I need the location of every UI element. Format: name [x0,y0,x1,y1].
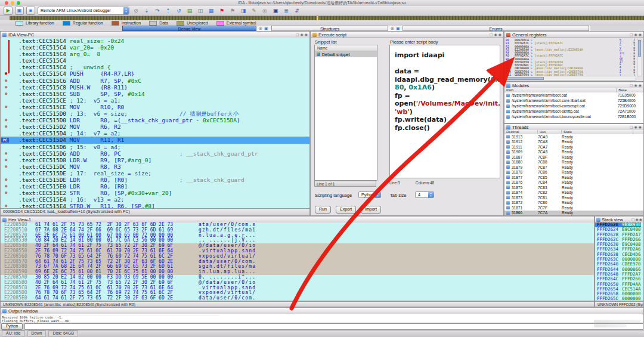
float-icon[interactable]: ◉ [301,32,304,38]
column-header[interactable]: Base [617,88,643,92]
thread-row[interactable]: 318767C84Ready [504,180,643,185]
module-row[interactable]: /system/framework/arm/boot.oat71E05000 [504,92,643,98]
thread-row[interactable]: 318737C81Ready [504,195,643,200]
disasm-line[interactable]: .text:CEC515C4 [1,57,309,64]
debug-toolbar[interactable]: ▶▣■ Remote ARM Linux/Android debugger ▲▼… [0,6,644,16]
import-button[interactable]: Import [361,206,381,214]
step-over-icon[interactable]: ↷ [153,7,162,15]
dock-icon[interactable]: ▢ [630,124,633,130]
disasm-line[interactable]: ●.text:CEC515CE MOV R10, R0 [1,104,309,110]
thread-row[interactable]: 319137CA9Ready [504,134,643,140]
disasm-line[interactable]: .text:CEC515C4 var_20= -0x20 [1,44,309,51]
disasm-line[interactable]: ●.text:CEC515D6 ADD R0, PC; __stack_chk_… [1,150,309,157]
module-icon[interactable]: ▣ [271,7,280,15]
disasm-line[interactable]: ●.text:CEC515DC MOV R8, R3 [1,163,309,170]
list-icon[interactable]: ≣ [282,7,290,15]
stack-row[interactable]: FFFD265C0000000 [595,296,643,301]
module-row[interactable]: /system/framework/arm/boot-conscrypt.oat… [504,103,643,109]
thread-row[interactable]: 319117CA7Ready [504,144,643,150]
close-icon[interactable]: ◉ [639,82,642,88]
cli-language-button[interactable]: Python [1,323,23,330]
disasm-line[interactable]: .text:CEC515CE ; 12: v5 = a1; [1,97,309,104]
registers-header[interactable]: General registers ▢◉◉ [504,32,643,38]
disasm-line[interactable]: ●.text:CEC515D8 LDR.W R9, [R7,#arg_0] [1,157,309,163]
thread-row[interactable]: 318717C7FReady [504,205,643,211]
memory-snapshot-icon[interactable]: ▤ [185,7,194,15]
disasm-line[interactable]: .text:CEC515C4 real_size= -0x24 [1,38,309,44]
cli-input[interactable] [24,323,643,330]
float-icon[interactable]: ◉ [634,32,637,38]
pause-process-button[interactable]: ▣ [15,7,24,15]
disasm-line[interactable]: .text:CEC515C4 ; __unwind { [1,64,309,70]
disasm-line[interactable]: ●.text:CEC515E2 STR R0, [SP,#0x30+var_20… [1,190,309,196]
registers-scrollbar[interactable] [637,39,642,76]
thread-row[interactable]: 318777C85Ready [504,175,643,180]
stop-process-button[interactable]: ■ [26,7,35,15]
output-log[interactable]: ────────────────────────────────────────… [2,314,642,323]
registers-hscrollbar[interactable] [506,76,636,81]
dock-icon[interactable]: ▢ [631,217,635,222]
debugger-selector[interactable]: Remote ARM Linux/Android debugger ▲▼ [38,7,129,15]
tab-structures[interactable]: Structures [271,26,388,31]
hex-row[interactable]: E22085E064 61 74 61 2F 75 73 65 72 2F 30… [1,296,594,301]
script-editor[interactable]: import idaapi data =idaapi.dbg_read_memo… [389,45,500,178]
dock-icon[interactable]: ▢ [296,32,299,38]
execute-script-header[interactable]: Execute script ▢◉◉ [311,32,503,38]
disasm-line[interactable]: ●.text:CEC515C4 PUSH {R4-R7,LR} [1,70,309,77]
thread-row[interactable]: 318727C80Ready [504,200,643,206]
breakpoint-icon[interactable]: ⚑ [218,7,226,15]
float-icon[interactable]: ◉ [634,82,637,88]
thread-row[interactable]: 319097CA5Ready [504,150,643,155]
disasm-line[interactable]: .text:CEC515C4 arg_0= 8 [1,51,309,57]
step-into-icon[interactable]: ⇣ [143,7,151,15]
disasm-line[interactable]: .text:CEC515E4 ; 16: v13 = a2; [1,196,309,203]
close-view-icon[interactable]: ⊗ [259,26,262,31]
thread-row[interactable]: 318807C88Ready [504,160,643,165]
popout-view-icon[interactable]: ▣ [396,26,400,31]
thread-row[interactable]: 318757C83Ready [504,185,643,190]
close-icon[interactable]: ◉ [499,32,501,38]
disabled-breakpoint-icon[interactable]: ⚑ [228,7,237,15]
float-icon[interactable]: ◉ [636,217,639,222]
disasm-line[interactable]: ●.text:CEC515C8 PUSH.W {R8-R11} [1,84,309,91]
popout-view-icon[interactable]: ▣ [264,26,268,31]
module-row[interactable]: /system/framework/arm/boot-core-libart.o… [504,98,643,103]
module-row[interactable]: /system/framework/arm/boot-okhttp.oat72A… [504,109,643,114]
column-header[interactable]: Path [504,88,617,92]
thread-row[interactable]: 318787C86Ready [504,170,643,175]
edit-script-icon[interactable]: ✎ [250,7,258,15]
close-view-icon[interactable]: ⊗ [391,26,394,31]
disasm-line[interactable]: ●.text:CEC515C6 ADD R7, SP, #0xC [1,78,309,84]
close-icon[interactable]: ◉ [639,32,642,38]
thread-row[interactable]: 318797C87Ready [504,165,643,170]
disasm-line[interactable]: PC.text:CEC515D4 MOV R11, R1 [1,137,309,143]
disasm-line[interactable]: ●.text:CEC515D0 LDR R0, =(__stack_chk_gu… [1,117,309,123]
close-icon[interactable]: ◉ [639,124,642,130]
disasm-line[interactable]: .text:CEC515D6 ; 15: v8 = a4; [1,144,309,150]
segments-icon[interactable]: ▦ [207,7,215,15]
column-header[interactable]: Decimal [504,130,538,134]
export-button[interactable]: Export [336,206,356,214]
module-row[interactable]: /system/framework/arm/boot-bouncycastle.… [504,114,643,119]
snippet-list[interactable]: Name Default snippet [314,45,377,181]
float-icon[interactable]: ◉ [494,32,497,38]
close-icon[interactable]: ◉ [639,217,642,222]
detach-icon[interactable]: ⊘ [132,7,140,15]
minimize-window-icon[interactable] [11,1,14,5]
windows-list-icon[interactable]: ◨ [239,7,247,15]
target-icon[interactable]: ◎ [261,7,269,15]
thread-row[interactable]: 318667C7AReady [504,211,643,216]
snippet-item[interactable]: Default snippet [315,51,377,57]
tab-debug-view[interactable]: Debug View [122,26,256,31]
scripting-language-select[interactable]: Python ▲▼ [358,191,381,198]
disasm-line[interactable]: .text:CEC515D0 ; 13: v6 = size;// 猜测是buf… [1,110,309,117]
close-window-icon[interactable] [5,1,8,5]
disasm-line[interactable]: .text:CEC515DE ; 17: real_size = size; [1,170,309,177]
thread-row[interactable]: 319127CA8Ready [504,140,643,145]
stepper-icon[interactable]: ▲▼ [123,7,129,14]
disasm-line[interactable]: ●.text:CEC515E0 LDR R0, [R0] [1,183,309,190]
disasm-line[interactable]: ●.text:CEC515DE LDR R0, [R0]; __stack_ch… [1,177,309,183]
tab-size-select[interactable]: 4 ▲▼ [415,191,434,198]
zoom-window-icon[interactable] [17,1,20,5]
disasm-line[interactable]: ●.text:CEC515CC SUB SP, SP, #0x14 [1,91,309,97]
